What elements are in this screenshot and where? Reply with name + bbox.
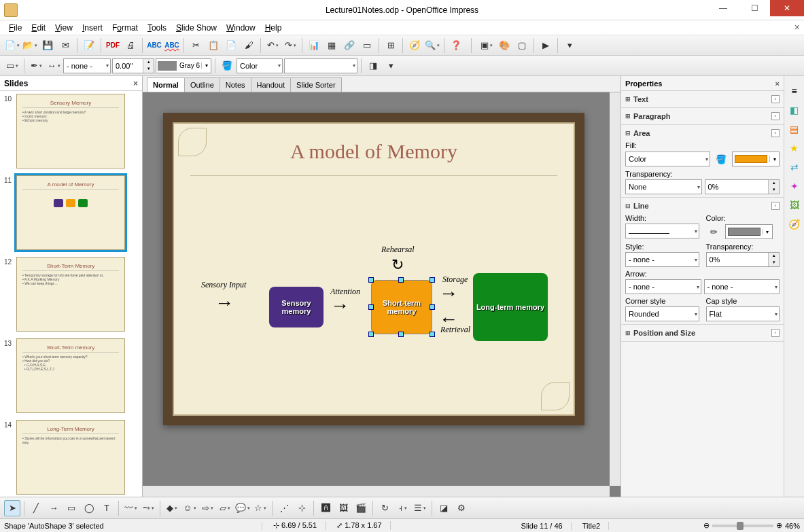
- close-doc-icon[interactable]: ×: [794, 22, 800, 33]
- sidebar-menu-icon[interactable]: ≡: [786, 83, 803, 99]
- ellipse-tool[interactable]: ◯: [81, 500, 97, 516]
- toolbar-options-icon[interactable]: ▾: [561, 37, 578, 54]
- slide-button[interactable]: ▭: [359, 37, 375, 54]
- tab-normal[interactable]: Normal: [147, 77, 185, 92]
- zoom-slider[interactable]: [712, 525, 773, 527]
- line-tool[interactable]: ╱: [28, 500, 44, 516]
- slide-master-button[interactable]: ▢: [514, 37, 530, 54]
- help-button[interactable]: ❓: [448, 37, 464, 54]
- properties-close-icon[interactable]: ×: [775, 79, 780, 88]
- master-pages-icon[interactable]: ▤: [786, 121, 803, 137]
- block-arrows-tool[interactable]: ⇨: [199, 500, 215, 516]
- slide-thumb-11[interactable]: 11 A model of Memory: [4, 175, 142, 250]
- menu-window[interactable]: Window: [222, 21, 260, 35]
- symbol-shapes-tool[interactable]: ☺: [181, 500, 198, 516]
- box-long-term-memory[interactable]: Long-term memory: [473, 273, 548, 341]
- select-tool[interactable]: ➤: [4, 500, 20, 516]
- slide-thumb-13[interactable]: 13 Short-Term memory• What's your short-…: [4, 338, 142, 413]
- resize-handle[interactable]: [398, 277, 404, 283]
- corner-style-select[interactable]: Rounded▾: [625, 306, 699, 321]
- arrow-input[interactable]: [215, 292, 234, 314]
- paste-button[interactable]: 📄: [223, 37, 239, 54]
- spellcheck-button[interactable]: ABC: [146, 37, 162, 54]
- navigator-icon[interactable]: 🧭: [786, 216, 803, 232]
- menu-file[interactable]: File: [4, 21, 27, 35]
- box-short-term-memory[interactable]: Short-term memory: [371, 280, 432, 334]
- menu-help[interactable]: Help: [260, 21, 287, 35]
- zoom-out-icon[interactable]: ⊖: [703, 521, 710, 530]
- maximize-button[interactable]: ☐: [739, 0, 770, 16]
- autospell-button[interactable]: ABC: [164, 37, 180, 54]
- slides-panel-close-icon[interactable]: ×: [133, 79, 138, 88]
- flowchart-tool[interactable]: ▱: [217, 500, 233, 516]
- horizontal-scrollbar[interactable]: [143, 486, 610, 497]
- basic-shapes-tool[interactable]: ◆: [164, 500, 180, 516]
- arrow-right-select[interactable]: - none -▾: [704, 279, 780, 294]
- arrange-tool[interactable]: ☰: [412, 500, 428, 516]
- line-endpoint-button[interactable]: ✒: [28, 58, 44, 74]
- from-file-tool[interactable]: 🖼: [335, 500, 351, 516]
- line-style-select[interactable]: - none -▾: [625, 252, 699, 267]
- cut-button[interactable]: ✂: [188, 37, 204, 54]
- menu-tools[interactable]: Tools: [143, 21, 171, 35]
- print-button[interactable]: 🖨: [122, 37, 139, 54]
- grid-button[interactable]: ⊞: [383, 37, 399, 54]
- bucket-icon[interactable]: 🪣: [713, 151, 729, 167]
- line-width-spinner[interactable]: 0.00"▴▾: [112, 58, 154, 73]
- resize-handle[interactable]: [430, 277, 435, 283]
- section-text[interactable]: Text: [633, 95, 648, 103]
- slide-thumb-14[interactable]: 14 Long-Term Memory• Stores all the info…: [4, 420, 142, 495]
- new-button[interactable]: 📄: [4, 37, 20, 54]
- slide-transition-icon[interactable]: ⇄: [786, 159, 803, 175]
- chart-button[interactable]: 📊: [306, 37, 322, 54]
- slide-canvas[interactable]: A model of Memory Sensory Input Sensory …: [143, 92, 621, 497]
- arrow-rehearsal[interactable]: [391, 256, 404, 274]
- export-pdf-button[interactable]: PDF: [105, 37, 121, 54]
- arrow-tool[interactable]: →: [46, 500, 62, 516]
- line-color-combo[interactable]: Gray 6▾: [156, 58, 211, 73]
- section-paragraph[interactable]: Paragraph: [633, 112, 670, 120]
- email-button[interactable]: ✉: [57, 37, 73, 54]
- resize-handle[interactable]: [398, 332, 404, 337]
- zoom-value[interactable]: 46%: [785, 522, 800, 530]
- arrow-style-button[interactable]: ↔: [46, 58, 62, 74]
- toolbar2-options-icon[interactable]: ▾: [383, 58, 399, 74]
- resize-handle[interactable]: [430, 304, 435, 310]
- hyperlink-button[interactable]: 🔗: [341, 37, 357, 54]
- gallery-icon[interactable]: 🖼: [786, 197, 803, 213]
- more-icon[interactable]: ▫: [771, 329, 780, 337]
- slide-thumb-12[interactable]: 12 Short-Term Memory• Temporary storage …: [4, 257, 142, 332]
- cap-style-select[interactable]: Flat▾: [706, 306, 780, 321]
- more-icon[interactable]: ▫: [771, 95, 780, 103]
- fill-color-picker[interactable]: ▾: [732, 152, 780, 166]
- section-line[interactable]: Line: [633, 202, 649, 210]
- arrow-storage[interactable]: [439, 283, 458, 304]
- points-tool[interactable]: ⋰: [276, 500, 292, 516]
- interaction-tool[interactable]: ⚙: [453, 500, 470, 516]
- text-tool[interactable]: T: [99, 500, 115, 516]
- undo-button[interactable]: ↶: [264, 37, 281, 54]
- resize-handle[interactable]: [368, 332, 374, 337]
- close-button[interactable]: ✕: [770, 0, 804, 16]
- tab-notes[interactable]: Notes: [220, 77, 251, 92]
- table-button[interactable]: ▦: [324, 37, 340, 54]
- fill-type-combo[interactable]: Color▾: [237, 58, 283, 73]
- properties-icon[interactable]: ◧: [786, 102, 803, 118]
- redo-button[interactable]: ↷: [282, 37, 298, 54]
- slide-design-button[interactable]: 🎨: [496, 37, 512, 54]
- custom-animation-icon[interactable]: ★: [786, 140, 803, 156]
- more-icon[interactable]: ▫: [771, 202, 780, 210]
- minimize-button[interactable]: —: [707, 0, 739, 16]
- tab-slidesorter[interactable]: Slide Sorter: [290, 77, 341, 92]
- slide-layout-button[interactable]: ▣: [478, 37, 495, 54]
- more-icon[interactable]: ▫: [771, 129, 780, 137]
- fill-type-select[interactable]: Color▾: [625, 152, 710, 166]
- save-button[interactable]: 💾: [39, 37, 56, 54]
- callout-tool[interactable]: 💬: [234, 500, 251, 516]
- line-style-combo[interactable]: - none -▾: [63, 58, 111, 73]
- arrow-attention[interactable]: [330, 295, 349, 317]
- tab-outline[interactable]: Outline: [184, 77, 220, 92]
- edit-file-button[interactable]: 📝: [81, 37, 97, 54]
- zoom-button[interactable]: 🔍: [424, 37, 440, 54]
- stars-tool[interactable]: ☆: [252, 500, 268, 516]
